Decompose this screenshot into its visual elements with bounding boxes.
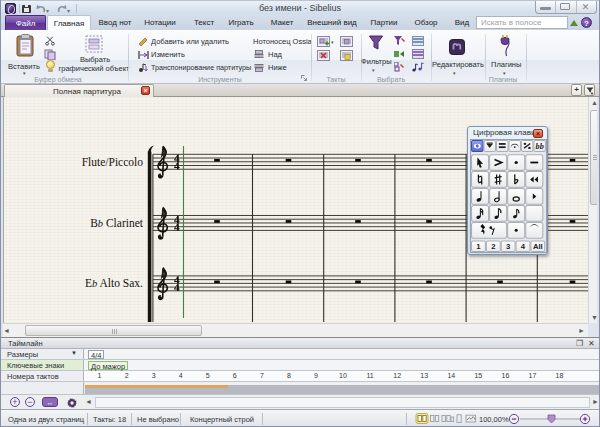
svg-text:1: 1 — [476, 242, 481, 251]
svg-text:Eb Alto Sax.: Eb Alto Sax. — [85, 277, 143, 289]
svg-text:Bb Clarinet: Bb Clarinet — [90, 217, 144, 229]
svg-text:3: 3 — [506, 242, 510, 251]
svg-text:bb: bb — [536, 142, 544, 151]
svg-text:All: All — [533, 242, 543, 251]
svg-text:4: 4 — [521, 242, 526, 251]
svg-text:Flute/Piccolo: Flute/Piccolo — [82, 156, 144, 168]
svg-text:2: 2 — [491, 242, 495, 251]
